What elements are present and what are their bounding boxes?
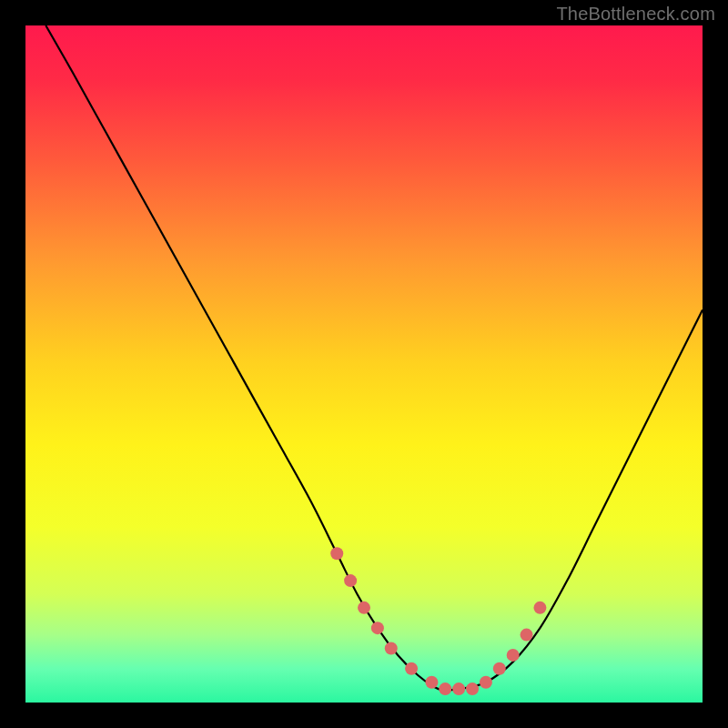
data-point xyxy=(371,622,384,634)
watermark-text: TheBottleneck.com xyxy=(556,4,715,25)
data-point xyxy=(507,649,520,662)
data-point xyxy=(521,629,533,642)
data-point xyxy=(439,682,451,695)
data-point xyxy=(533,602,546,614)
plot-area xyxy=(25,25,703,703)
data-point xyxy=(480,676,492,689)
gradient-background xyxy=(25,25,703,703)
data-point xyxy=(452,682,465,695)
data-point xyxy=(358,602,370,614)
data-point xyxy=(493,662,506,675)
chart-svg xyxy=(25,25,703,703)
data-point xyxy=(405,662,418,675)
chart-frame: TheBottleneck.com xyxy=(0,0,728,728)
data-point xyxy=(385,642,398,654)
data-point xyxy=(466,682,479,695)
data-point xyxy=(330,547,343,560)
data-point xyxy=(344,574,357,587)
data-point xyxy=(425,676,438,689)
